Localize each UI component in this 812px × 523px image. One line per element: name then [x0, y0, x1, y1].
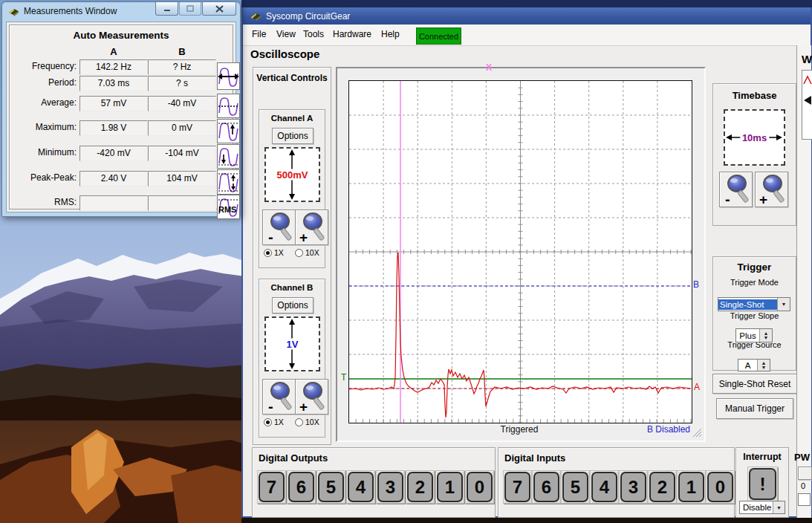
measurement-value-a	[79, 195, 148, 211]
measurement-value-a: -420 mV	[79, 146, 148, 161]
chevron-down-icon[interactable]: ▼	[777, 298, 790, 311]
maximum-wave-icon	[217, 119, 240, 143]
channel-a-ref-label[interactable]: A	[694, 382, 700, 392]
radio-1x-selected[interactable]	[264, 418, 272, 426]
digital-input-bit-6[interactable]: 6	[532, 470, 561, 504]
oscilloscope-heading: Oscilloscope	[250, 48, 319, 60]
timebase-value: 10ms	[740, 132, 769, 143]
channel-a-zoom-in-button[interactable]: +	[295, 209, 328, 245]
scope-display-frame: X T B A Triggered B Disabled	[336, 67, 706, 442]
spinner-arrows-icon[interactable]: ▲▼	[759, 329, 772, 342]
row-label: Frequency:	[11, 61, 77, 71]
interrupt-button[interactable]: !	[747, 467, 778, 501]
titlebar[interactable]: Syscomp CircuitGear	[243, 7, 811, 25]
radio-1x-selected[interactable]	[264, 249, 272, 257]
radio-10x[interactable]	[295, 418, 303, 426]
channel-a-probe-1x[interactable]: 1X	[264, 248, 284, 257]
measurement-value-a: 142.2 Hz	[79, 59, 148, 75]
spinner-arrows-icon[interactable]: ▲▼	[757, 360, 770, 371]
channel-a-group: Channel A Options 500mV -	[259, 109, 325, 268]
close-button[interactable]	[202, 2, 236, 16]
digital-output-bit-2[interactable]: 2	[406, 470, 435, 504]
cursor-x-label[interactable]: X	[486, 62, 492, 73]
measurement-value-b: -104 mV	[148, 146, 216, 161]
svg-text:-: -	[268, 398, 273, 412]
scope-canvas[interactable]	[348, 80, 692, 423]
channel-a-options-button[interactable]: Options	[272, 128, 314, 144]
maximize-button[interactable]	[179, 2, 201, 16]
menu-view[interactable]: View	[276, 29, 296, 39]
digital-inputs-panel: Digital Inputs 7 6 5 4 3 2 1 0	[498, 447, 735, 518]
magnifier-plus-icon: +	[759, 174, 785, 205]
digital-input-bit-7[interactable]: 7	[503, 470, 532, 504]
trigger-mode-combobox[interactable]: Single-Shot ▼	[718, 297, 790, 311]
channel-b-group: Channel B Options 1V -	[259, 279, 325, 438]
pwm-button-partial[interactable]	[798, 467, 812, 480]
magnifier-minus-icon: -	[266, 212, 293, 243]
trigger-level-label[interactable]: T	[341, 372, 346, 383]
timebase-zoom-in-button[interactable]: +	[755, 172, 788, 207]
minimize-button[interactable]	[155, 2, 178, 16]
timebase-range-box[interactable]: 10ms	[724, 109, 785, 166]
trigger-slope-spinbox[interactable]: Plus ▲▼	[735, 328, 773, 342]
menu-help[interactable]: Help	[381, 29, 400, 39]
svg-text:+: +	[299, 399, 308, 412]
channel-a-range-box[interactable]: 500mV	[264, 147, 320, 202]
resize-grip[interactable]	[691, 426, 703, 438]
digital-output-bit-0[interactable]: 0	[465, 470, 494, 504]
measurement-value-b: -40 mV	[148, 96, 216, 111]
digital-output-bit-3[interactable]: 3	[376, 470, 405, 504]
measurement-value-b: 104 mV	[148, 171, 216, 186]
digital-input-bit-4[interactable]: 4	[590, 470, 619, 504]
row-label: Period:	[11, 77, 77, 88]
scope-plot	[349, 81, 692, 423]
digital-input-bit-2[interactable]: 2	[648, 470, 677, 504]
minimize-icon	[163, 5, 171, 12]
menu-hardware[interactable]: Hardware	[333, 29, 371, 39]
channel-a-probe-10x[interactable]: 10X	[295, 248, 319, 257]
menubar: File View Tools Hardware Help Connected	[243, 25, 811, 46]
maximize-icon	[186, 5, 194, 12]
channel-b-range-box[interactable]: 1V	[264, 316, 320, 371]
digital-output-bit-5[interactable]: 5	[316, 470, 345, 504]
trigger-status: Triggered	[467, 424, 571, 435]
channel-b-zoom-out-button[interactable]: -	[262, 379, 296, 415]
svg-text:+: +	[299, 230, 308, 243]
digital-input-bit-1[interactable]: 1	[677, 470, 706, 504]
svg-text:-: -	[268, 229, 273, 243]
timebase-zoom-out-button[interactable]: -	[719, 172, 753, 207]
channel-a-zoom-out-button[interactable]: -	[262, 209, 296, 245]
menu-file[interactable]: File	[252, 29, 266, 39]
manual-trigger-button[interactable]: Manual Trigger	[716, 398, 793, 419]
interrupt-mode-select[interactable]: Disable ▼	[739, 501, 785, 514]
column-b-header: B	[149, 46, 215, 57]
radio-10x[interactable]	[295, 249, 303, 257]
measurement-value-b: ? Hz	[148, 59, 216, 75]
pwm-select-partial[interactable]	[798, 493, 811, 506]
digital-output-bit-6[interactable]: 6	[287, 470, 316, 504]
single-shot-reset-button[interactable]: Single-Shot Reset	[712, 374, 797, 394]
measurements-titlebar[interactable]: Measurements Window	[8, 6, 117, 16]
measurement-value-b: 0 mV	[148, 120, 216, 136]
channel-b-options-button[interactable]: Options	[272, 297, 314, 314]
digital-output-bit-7[interactable]: 7	[257, 470, 286, 504]
digital-input-bit-0[interactable]: 0	[706, 470, 735, 504]
chevron-down-icon[interactable]: ▼	[773, 501, 785, 513]
channel-b-ref-label[interactable]: B	[693, 279, 699, 290]
measurement-value-a: 7.03 ms	[79, 76, 148, 91]
channel-b-zoom-in-button[interactable]: +	[295, 379, 328, 415]
trigger-source-spinbox[interactable]: A ▲▼	[738, 359, 770, 371]
trigger-panel: Trigger Trigger Mode Single-Shot ▼ Trigg…	[712, 256, 796, 371]
row-label: RMS:	[11, 197, 77, 207]
connected-indicator[interactable]: Connected	[416, 27, 461, 45]
timebase-panel: Timebase 10ms - +	[712, 83, 796, 226]
menu-tools[interactable]: Tools	[303, 29, 324, 39]
digital-output-bit-1[interactable]: 1	[435, 470, 464, 504]
digital-input-bit-3[interactable]: 3	[619, 470, 648, 504]
row-label: Average:	[11, 97, 77, 108]
channel-b-probe-10x[interactable]: 10X	[295, 418, 319, 426]
magnifier-minus-icon: -	[723, 174, 750, 205]
digital-input-bit-5[interactable]: 5	[561, 470, 590, 504]
channel-b-probe-1x[interactable]: 1X	[264, 418, 284, 426]
digital-output-bit-4[interactable]: 4	[346, 470, 375, 504]
